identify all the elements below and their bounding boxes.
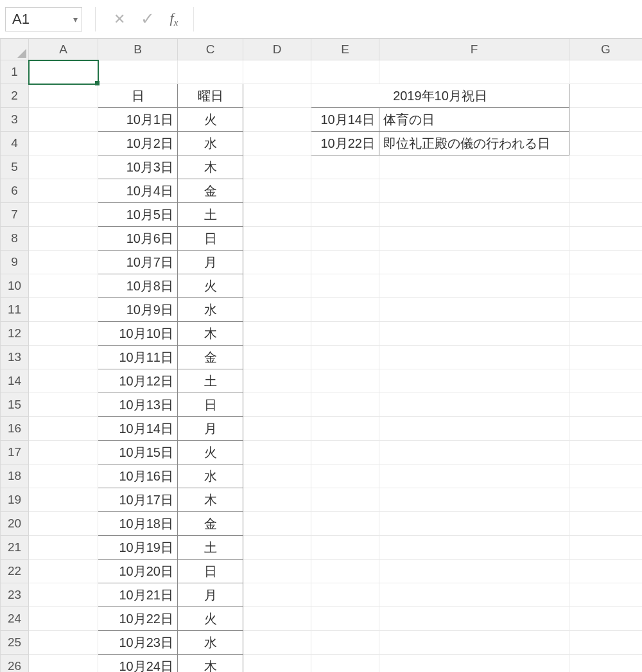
enter-formula-button[interactable]: ✓ [137, 8, 159, 30]
cell-E14[interactable] [311, 369, 379, 393]
cell-C19[interactable]: 木 [178, 488, 243, 512]
cell-C14[interactable]: 土 [178, 369, 243, 393]
cell-D23[interactable] [243, 583, 311, 607]
cell-A10[interactable] [29, 274, 98, 298]
cell-B14[interactable]: 10月12日 [98, 369, 178, 393]
cell-B7[interactable]: 10月5日 [98, 203, 178, 227]
cell-B6[interactable]: 10月4日 [98, 179, 178, 203]
cell-G15[interactable] [569, 393, 643, 417]
cell-E20[interactable] [311, 512, 379, 536]
row-header-12[interactable]: 12 [1, 322, 29, 346]
cell-F25[interactable] [379, 631, 569, 655]
cell-E23[interactable] [311, 583, 379, 607]
cell-C9[interactable]: 月 [178, 251, 243, 274]
cell-B21[interactable]: 10月19日 [98, 536, 178, 560]
cell-E13[interactable] [311, 346, 379, 369]
cell-E16[interactable] [311, 417, 379, 441]
cell-D5[interactable] [243, 155, 311, 179]
cell-G17[interactable] [569, 441, 643, 464]
cell-F17[interactable] [379, 441, 569, 464]
cell-B22[interactable]: 10月20日 [98, 560, 178, 583]
cell-A4[interactable] [29, 132, 98, 155]
cell-C21[interactable]: 土 [178, 536, 243, 560]
cell-G11[interactable] [569, 298, 643, 322]
column-header-A[interactable]: A [29, 39, 98, 60]
cell-B2[interactable]: 日 [98, 84, 178, 108]
chevron-down-icon[interactable]: ▾ [73, 14, 78, 24]
cell-A7[interactable] [29, 203, 98, 227]
cell-E1[interactable] [311, 60, 379, 84]
cell-F16[interactable] [379, 417, 569, 441]
cell-A1[interactable] [29, 60, 98, 84]
name-box[interactable]: A1 ▾ [5, 7, 82, 31]
cell-A16[interactable] [29, 417, 98, 441]
cell-C1[interactable] [178, 60, 243, 84]
row-header-8[interactable]: 8 [1, 227, 29, 251]
cell-E17[interactable] [311, 441, 379, 464]
cell-D22[interactable] [243, 560, 311, 583]
cell-C15[interactable]: 日 [178, 393, 243, 417]
column-header-F[interactable]: F [379, 39, 569, 60]
cell-C6[interactable]: 金 [178, 179, 243, 203]
cell-F11[interactable] [379, 298, 569, 322]
cell-C20[interactable]: 金 [178, 512, 243, 536]
cell-A25[interactable] [29, 631, 98, 655]
cell-D18[interactable] [243, 464, 311, 488]
row-header-9[interactable]: 9 [1, 251, 29, 274]
cell-E21[interactable] [311, 536, 379, 560]
cell-D1[interactable] [243, 60, 311, 84]
cell-G8[interactable] [569, 227, 643, 251]
row-header-16[interactable]: 16 [1, 417, 29, 441]
row-header-18[interactable]: 18 [1, 464, 29, 488]
cell-E19[interactable] [311, 488, 379, 512]
cell-D21[interactable] [243, 536, 311, 560]
cell-F3[interactable]: 体育の日 [379, 108, 569, 132]
cell-B25[interactable]: 10月23日 [98, 631, 178, 655]
cell-G3[interactable] [569, 108, 643, 132]
row-header-25[interactable]: 25 [1, 631, 29, 655]
column-header-B[interactable]: B [98, 39, 178, 60]
cell-D11[interactable] [243, 298, 311, 322]
cell-G14[interactable] [569, 369, 643, 393]
cell-F23[interactable] [379, 583, 569, 607]
cell-A15[interactable] [29, 393, 98, 417]
cell-C7[interactable]: 土 [178, 203, 243, 227]
cell-F5[interactable] [379, 155, 569, 179]
row-header-17[interactable]: 17 [1, 441, 29, 464]
row-header-21[interactable]: 21 [1, 536, 29, 560]
cell-A8[interactable] [29, 227, 98, 251]
cell-G4[interactable] [569, 132, 643, 155]
row-header-4[interactable]: 4 [1, 132, 29, 155]
cell-D13[interactable] [243, 346, 311, 369]
cell-A23[interactable] [29, 583, 98, 607]
insert-function-button[interactable]: fx [165, 8, 187, 30]
row-header-19[interactable]: 19 [1, 488, 29, 512]
cell-F10[interactable] [379, 274, 569, 298]
cell-G2[interactable] [569, 84, 643, 108]
cell-F20[interactable] [379, 512, 569, 536]
cell-A9[interactable] [29, 251, 98, 274]
row-header-14[interactable]: 14 [1, 369, 29, 393]
cell-B23[interactable]: 10月21日 [98, 583, 178, 607]
cell-F19[interactable] [379, 488, 569, 512]
cell-E22[interactable] [311, 560, 379, 583]
cell-A18[interactable] [29, 464, 98, 488]
cell-C10[interactable]: 火 [178, 274, 243, 298]
cell-C12[interactable]: 木 [178, 322, 243, 346]
column-header-C[interactable]: C [178, 39, 243, 60]
cell-F6[interactable] [379, 179, 569, 203]
cell-F21[interactable] [379, 536, 569, 560]
cell-E6[interactable] [311, 179, 379, 203]
cell-G13[interactable] [569, 346, 643, 369]
cell-E3[interactable]: 10月14日 [311, 108, 379, 132]
cell-B12[interactable]: 10月10日 [98, 322, 178, 346]
row-header-1[interactable]: 1 [1, 60, 29, 84]
cell-C2[interactable]: 曜日 [178, 84, 243, 108]
cell-B19[interactable]: 10月17日 [98, 488, 178, 512]
cell-G26[interactable] [569, 655, 643, 673]
row-header-6[interactable]: 6 [1, 179, 29, 203]
cell-E15[interactable] [311, 393, 379, 417]
spreadsheet-grid[interactable]: ABCDEFG 12日曜日2019年10月祝日310月1日火10月14日体育の日… [0, 39, 642, 672]
cell-D24[interactable] [243, 607, 311, 631]
cell-D20[interactable] [243, 512, 311, 536]
